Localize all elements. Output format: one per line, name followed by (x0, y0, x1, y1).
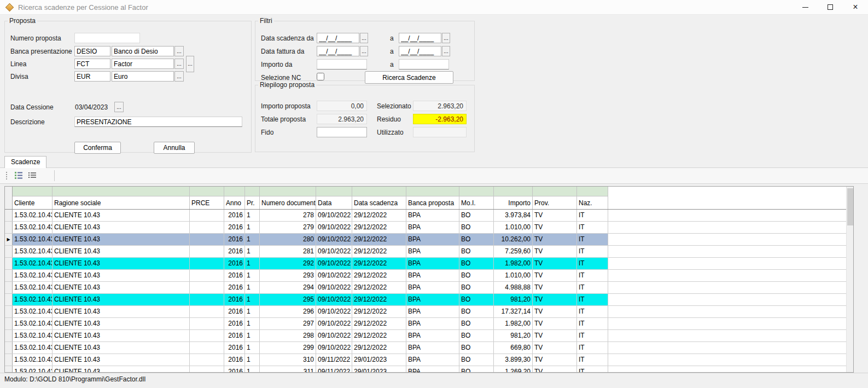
cell-cliente[interactable]: 1.53.02.10.43 (13, 318, 53, 329)
cell-numero_documento[interactable]: 293 (260, 270, 316, 281)
cell-importo[interactable]: 981,20 (494, 294, 533, 305)
cell-naz[interactable]: IT (577, 318, 608, 329)
data-fattura-a-lookup-button[interactable]: ... (442, 46, 450, 56)
table-row[interactable]: ▶1.53.02.10.43CLIENTE 10.432016128009/10… (5, 234, 853, 246)
column-header-pr[interactable]: Pr. (245, 196, 259, 209)
table-row[interactable]: 1.53.02.10.43CLIENTE 10.432016127909/10/… (5, 222, 853, 234)
table-row[interactable]: 1.53.02.10.43CLIENTE 10.432016131009/11/… (5, 354, 853, 366)
descrizione-input[interactable] (74, 117, 242, 127)
cell-prce[interactable] (190, 270, 224, 281)
cell-data_scadenza[interactable]: 29/12/2022 (352, 234, 406, 245)
banca-desc-input[interactable] (112, 46, 174, 56)
cell-data_scadenza[interactable]: 29/12/2022 (352, 294, 406, 305)
cell-prce[interactable] (190, 222, 224, 233)
cell-cliente[interactable]: 1.53.02.10.43 (13, 330, 53, 341)
cell-data[interactable]: 09/10/2022 (316, 246, 352, 257)
divisa-lookup-button[interactable]: ... (174, 71, 184, 82)
table-row[interactable]: 1.53.02.10.43CLIENTE 10.432016129409/10/… (5, 282, 853, 294)
cell-anno[interactable]: 2016 (224, 246, 245, 257)
cell-ragione_sociale[interactable]: CLIENTE 10.43 (53, 342, 190, 354)
cell-pr[interactable]: 1 (245, 294, 260, 305)
numero-proposta-input[interactable] (74, 33, 140, 43)
cell-importo[interactable]: 3.899,30 (494, 354, 533, 366)
column-header-ragione_sociale[interactable]: Ragione sociale (53, 196, 189, 209)
data-fattura-da-input[interactable] (317, 46, 359, 56)
cell-numero_documento[interactable]: 294 (260, 282, 316, 293)
column-header-prce[interactable]: PRCE (190, 196, 224, 209)
cell-prov[interactable]: TV (533, 270, 577, 281)
cell-anno[interactable]: 2016 (224, 306, 245, 317)
linea-code-input[interactable] (74, 59, 110, 69)
cell-prov[interactable]: TV (533, 210, 577, 221)
cell-anno[interactable]: 2016 (224, 342, 245, 354)
cell-prov[interactable]: TV (533, 318, 577, 329)
cell-anno[interactable]: 2016 (224, 210, 245, 221)
vertical-scrollbar[interactable] (846, 187, 853, 372)
cell-prce[interactable] (190, 354, 224, 366)
close-button[interactable]: × (843, 0, 868, 14)
cell-cliente[interactable]: 1.53.02.10.43 (13, 270, 53, 281)
cell-anno[interactable]: 2016 (224, 330, 245, 341)
cell-pr[interactable]: 1 (245, 234, 260, 245)
cell-prov[interactable]: TV (533, 222, 577, 233)
cell-moi[interactable]: BO (459, 330, 494, 341)
column-header-numero_documento[interactable]: Numero documento (260, 196, 316, 209)
cell-anno[interactable]: 2016 (224, 222, 245, 233)
banca-code-input[interactable] (74, 46, 110, 56)
divisa-code-input[interactable] (74, 71, 110, 82)
cell-numero_documento[interactable]: 279 (260, 222, 316, 233)
cell-moi[interactable]: BO (459, 222, 494, 233)
cell-naz[interactable]: IT (577, 246, 608, 257)
cell-pr[interactable]: 1 (245, 318, 260, 329)
select-all-rows-button[interactable] (11, 170, 25, 182)
linea-desc-input[interactable] (112, 59, 174, 69)
cell-moi[interactable]: BO (459, 282, 494, 293)
cell-ragione_sociale[interactable]: CLIENTE 10.43 (53, 318, 190, 329)
cell-data[interactable]: 09/10/2022 (316, 294, 352, 305)
cell-cliente[interactable]: 1.53.02.10.43 (13, 342, 53, 354)
cell-cliente[interactable]: 1.53.02.10.43 (13, 366, 53, 373)
tab-scadenze[interactable]: Scadenze (4, 156, 46, 168)
cell-ragione_sociale[interactable]: CLIENTE 10.43 (53, 258, 190, 269)
selezione-nc-checkbox[interactable] (317, 73, 324, 80)
cell-data[interactable]: 09/10/2022 (316, 342, 352, 354)
cell-moi[interactable]: BO (459, 210, 494, 221)
cell-banca_proposta[interactable]: BPA (406, 366, 459, 373)
cell-prov[interactable]: TV (533, 354, 577, 366)
cell-importo[interactable]: 1.982,00 (494, 318, 533, 329)
column-header-moi[interactable]: Mo.I. (459, 196, 493, 209)
cell-ragione_sociale[interactable]: CLIENTE 10.43 (53, 282, 190, 293)
cell-moi[interactable]: BO (459, 258, 494, 269)
data-scadenza-a-input[interactable] (399, 33, 441, 43)
cell-data[interactable]: 09/10/2022 (316, 330, 352, 341)
cell-naz[interactable]: IT (577, 366, 608, 373)
cell-anno[interactable]: 2016 (224, 282, 245, 293)
cell-prce[interactable] (190, 246, 224, 257)
cell-pr[interactable]: 1 (245, 222, 260, 233)
cell-prov[interactable]: TV (533, 234, 577, 245)
cell-naz[interactable]: IT (577, 330, 608, 341)
cell-banca_proposta[interactable]: BPA (406, 222, 459, 233)
cell-data[interactable]: 09/10/2022 (316, 306, 352, 317)
cell-importo[interactable]: 10.262,00 (494, 234, 533, 245)
cell-cliente[interactable]: 1.53.02.10.43 (13, 258, 53, 269)
data-scadenza-da-input[interactable] (317, 33, 359, 43)
cell-naz[interactable]: IT (577, 258, 608, 269)
cell-moi[interactable]: BO (459, 234, 494, 245)
cell-naz[interactable]: IT (577, 306, 608, 317)
importo-a-input[interactable] (399, 59, 449, 70)
cell-prce[interactable] (190, 294, 224, 305)
cell-data_scadenza[interactable]: 29/01/2023 (352, 354, 406, 366)
cell-prce[interactable] (190, 282, 224, 293)
table-row[interactable]: 1.53.02.10.43CLIENTE 10.432016131109/11/… (5, 366, 853, 373)
cell-moi[interactable]: BO (459, 366, 494, 373)
cell-naz[interactable]: IT (577, 354, 608, 366)
cell-numero_documento[interactable]: 311 (260, 366, 316, 373)
minimize-button[interactable] (793, 0, 818, 14)
cell-importo[interactable]: 17.327,14 (494, 306, 533, 317)
cell-ragione_sociale[interactable]: CLIENTE 10.43 (53, 222, 190, 233)
cell-cliente[interactable]: 1.53.02.10.43 (13, 234, 53, 245)
cell-cliente[interactable]: 1.53.02.10.43 (13, 222, 53, 233)
cell-data_scadenza[interactable]: 29/12/2022 (352, 282, 406, 293)
cell-data[interactable]: 09/10/2022 (316, 222, 352, 233)
